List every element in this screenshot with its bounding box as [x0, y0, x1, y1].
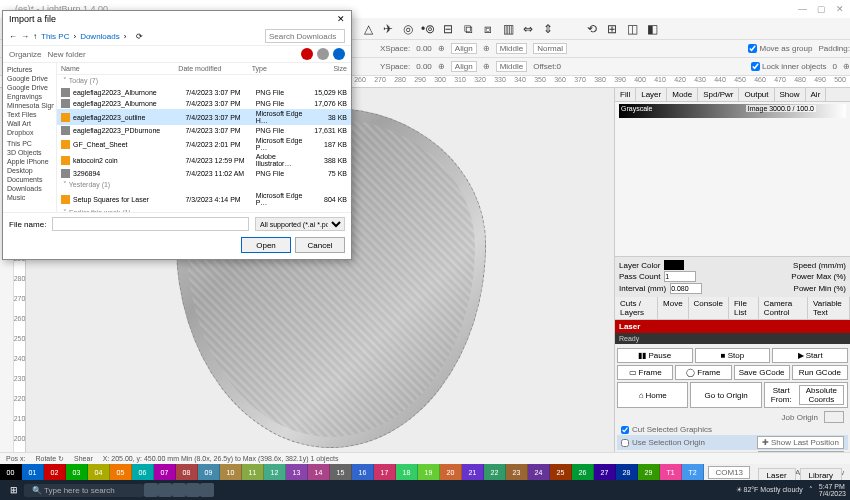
color-swatch[interactable]: T2 [682, 464, 704, 480]
taskbar-app-1[interactable] [144, 483, 158, 497]
dot-tool-icon[interactable]: •⊚ [420, 21, 436, 37]
color-swatch[interactable]: 23 [506, 464, 528, 480]
color-swatch[interactable]: 21 [462, 464, 484, 480]
nav-fwd-icon[interactable]: → [21, 32, 29, 41]
color-swatch[interactable]: 03 [66, 464, 88, 480]
view-icon-1[interactable] [301, 48, 313, 60]
file-row[interactable]: katocoin2 coin7/4/2023 12:59 PMAdobe Ill… [57, 152, 351, 168]
interval-input[interactable] [670, 283, 702, 294]
newfolder-button[interactable]: New folder [47, 50, 85, 59]
nav-up-icon[interactable]: ↑ [33, 32, 37, 41]
stop-button[interactable]: ■Stop [695, 348, 771, 363]
layer-col[interactable]: Fill [615, 88, 636, 101]
layer-col[interactable]: Mode [667, 88, 698, 101]
color-swatch[interactable]: 05 [110, 464, 132, 480]
mirror-v-icon[interactable]: ⇕ [540, 21, 556, 37]
layer-col[interactable]: Air [806, 88, 827, 101]
dialog-sidebar[interactable]: PicturesGoogle DriveGoogle DriveEngravin… [3, 63, 57, 212]
clock[interactable]: 5:47 PM7/4/2023 [819, 483, 846, 497]
use-selection-origin-option[interactable] [621, 439, 629, 447]
target-icon[interactable]: ◎ [400, 21, 416, 37]
color-swatch[interactable]: 28 [616, 464, 638, 480]
file-row[interactable]: eagleflag22023_Alburnone7/4/2023 3:07 PM… [57, 98, 351, 109]
sidebar-item[interactable]: Desktop [5, 166, 54, 175]
lock-inner-check[interactable] [751, 62, 760, 71]
panel-tab[interactable]: File List [729, 297, 759, 319]
color-swatch[interactable]: 01 [22, 464, 44, 480]
layer-color-swatch[interactable] [664, 260, 684, 270]
file-group-header[interactable]: ˅ Yesterday (1) [57, 179, 351, 191]
color-swatch[interactable]: 24 [528, 464, 550, 480]
yspace-value[interactable]: 0.00 [416, 62, 432, 71]
run-gcode-button[interactable]: Run GCode [792, 365, 848, 380]
color-swatch[interactable]: 07 [154, 464, 176, 480]
col-date[interactable]: Date modified [178, 65, 251, 72]
sidebar-item[interactable]: Music [5, 193, 54, 202]
goto-origin-button[interactable]: Go to Origin [690, 382, 761, 408]
cancel-button[interactable]: Cancel [295, 237, 345, 253]
color-swatch[interactable]: 14 [308, 464, 330, 480]
passcount-input[interactable] [664, 271, 696, 282]
sidebar-item[interactable]: Google Drive [5, 74, 54, 83]
dialog-search-input[interactable] [265, 29, 345, 43]
file-group-header[interactable]: ˅ Today (7) [57, 75, 351, 87]
panel-tab[interactable]: Variable Text [808, 297, 850, 319]
align-dd-2[interactable]: Align [451, 61, 477, 72]
color-swatch[interactable]: 25 [550, 464, 572, 480]
color-swatch[interactable]: 09 [198, 464, 220, 480]
nav-back-icon[interactable]: ← [9, 32, 17, 41]
taskbar-app-5[interactable] [200, 483, 214, 497]
color-swatch[interactable]: 22 [484, 464, 506, 480]
color-swatch[interactable]: 27 [594, 464, 616, 480]
sidebar-item[interactable]: 3D Objects [5, 148, 54, 157]
layer-col[interactable]: Spd/Pwr [698, 88, 739, 101]
start-from-select[interactable]: Absolute Coords [799, 385, 844, 405]
send-icon[interactable]: ✈ [380, 21, 396, 37]
sidebar-item[interactable]: Google Drive [5, 83, 54, 92]
show-last-position-button[interactable]: ✚ Show Last Position [757, 436, 844, 449]
color-swatch[interactable]: 18 [396, 464, 418, 480]
maximize-icon[interactable]: ▢ [817, 4, 826, 14]
color-swatch[interactable]: 16 [352, 464, 374, 480]
color-swatch[interactable]: 08 [176, 464, 198, 480]
tray-chevron-icon[interactable]: ˄ [809, 486, 813, 494]
weld-icon[interactable]: ◫ [624, 21, 640, 37]
col-name[interactable]: Name [61, 65, 178, 72]
color-swatch[interactable]: 02 [44, 464, 66, 480]
panel-tab[interactable]: Console [689, 297, 729, 319]
save-gcode-button[interactable]: Save GCode [734, 365, 790, 380]
align-icon[interactable]: ⊟ [440, 21, 456, 37]
xspace-value[interactable]: 0.00 [416, 44, 432, 53]
middle-dd-2[interactable]: Middle [496, 61, 528, 72]
filename-input[interactable] [52, 217, 249, 231]
file-list[interactable]: Name Date modified Type Size ˅ Today (7)… [57, 63, 351, 212]
sidebar-item[interactable]: Pictures [5, 65, 54, 74]
taskbar-search[interactable]: 🔍 Type here to search [24, 484, 144, 497]
open-button[interactable]: Open [241, 237, 291, 253]
weather-widget[interactable]: ☀ 82°F Mostly cloudy [736, 486, 803, 494]
organize-button[interactable]: Organize [9, 50, 41, 59]
ungroup-icon[interactable]: ⧈ [480, 21, 496, 37]
job-origin-grid[interactable] [824, 411, 844, 423]
color-swatch[interactable]: 26 [572, 464, 594, 480]
home-button[interactable]: ⌂Home [617, 382, 688, 408]
taskbar-app-3[interactable] [172, 483, 186, 497]
sidebar-item[interactable]: Text Files [5, 110, 54, 119]
sidebar-item[interactable]: Minnesota Sign [5, 101, 54, 110]
distribute-icon[interactable]: ⊞ [604, 21, 620, 37]
pause-button[interactable]: ▮▮Pause [617, 348, 693, 363]
file-row[interactable]: 32968947/4/2023 11:02 AMPNG File75 KB [57, 168, 351, 179]
normal-dd[interactable]: Normal [533, 43, 567, 54]
panel-tab[interactable]: Move [658, 297, 689, 319]
group-icon[interactable]: ⧉ [460, 21, 476, 37]
grayscale-layer-row[interactable]: Grayscale Image 3000.0 / 100.0 [619, 104, 846, 118]
color-swatch[interactable]: 29 [638, 464, 660, 480]
lock-value[interactable]: 0 [833, 62, 837, 71]
color-swatch[interactable]: 20 [440, 464, 462, 480]
boolean-icon[interactable]: ◧ [644, 21, 660, 37]
help-icon[interactable] [333, 48, 345, 60]
file-row[interactable]: Setup Squares for Laser7/3/2023 4:14 PMM… [57, 191, 351, 207]
flip-icon[interactable]: ⟲ [584, 21, 600, 37]
crumb-pc[interactable]: This PC [41, 32, 69, 41]
color-swatch[interactable]: 06 [132, 464, 154, 480]
